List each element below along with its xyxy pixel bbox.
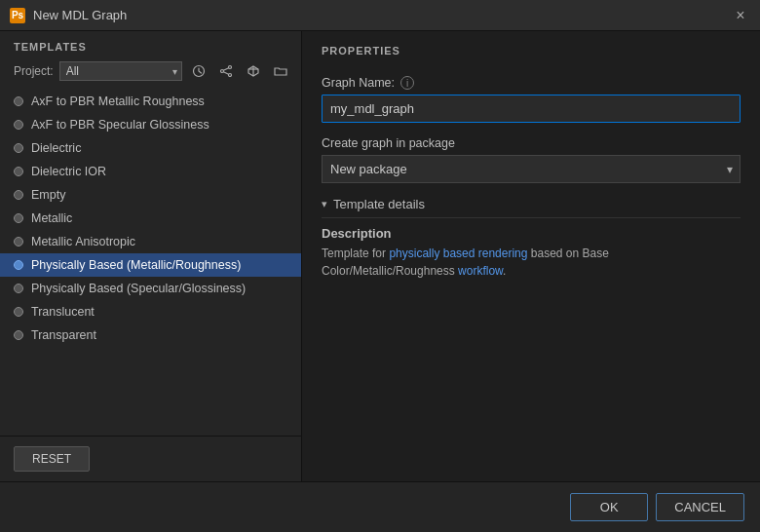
template-list: AxF to PBR Metallic RoughnessAxF to PBR … — [0, 90, 301, 436]
template-label: AxF to PBR Metallic Roughness — [31, 95, 205, 108]
top-controls: Project: All — [0, 60, 301, 90]
template-label: Metallic — [31, 211, 72, 225]
title-bar: Ps New MDL Graph × — [0, 0, 760, 31]
template-item-axf-pbr-metallic[interactable]: AxF to PBR Metallic Roughness — [0, 90, 301, 113]
template-label: Empty — [31, 188, 65, 202]
template-item-dielectric-ior[interactable]: Dielectric IOR — [0, 160, 301, 183]
project-select-wrapper[interactable]: All — [59, 61, 182, 81]
graph-name-input[interactable] — [322, 95, 741, 123]
dialog-body: TEMPLATES Project: All — [0, 31, 760, 481]
template-dot — [14, 307, 23, 317]
cancel-button[interactable]: CANCEL — [656, 493, 744, 521]
svg-point-3 — [229, 74, 232, 77]
svg-line-4 — [223, 68, 228, 70]
package-select[interactable]: New package — [322, 155, 741, 183]
template-item-translucent[interactable]: Translucent — [0, 300, 301, 323]
description-title: Description — [322, 226, 741, 241]
package-group: Create graph in package New package — [322, 136, 741, 183]
graph-name-group: Graph Name: i — [322, 76, 741, 123]
chevron-icon: ▾ — [322, 198, 327, 210]
left-footer: RESET — [0, 436, 301, 481]
right-panel: PROPERTIES Graph Name: i Create graph in… — [302, 31, 760, 481]
template-dot — [14, 120, 23, 130]
description-block: Description Template for physically base… — [322, 226, 741, 280]
template-dot — [14, 143, 23, 153]
cube-icon[interactable] — [243, 60, 264, 82]
dialog-title: New MDL Graph — [33, 8, 731, 22]
template-details-header[interactable]: ▾ Template details — [322, 197, 741, 218]
templates-section-title: TEMPLATES — [0, 41, 301, 60]
template-label: Physically Based (Metallic/Roughness) — [31, 258, 241, 272]
bottom-bar: OK CANCEL — [0, 481, 760, 532]
history-icon[interactable] — [188, 60, 209, 82]
template-item-dielectric[interactable]: Dielectric — [0, 136, 301, 160]
app-icon: Ps — [10, 8, 25, 23]
svg-point-1 — [229, 66, 232, 69]
package-select-wrapper[interactable]: New package — [322, 155, 741, 183]
template-item-transparent[interactable]: Transparent — [0, 323, 301, 347]
template-details-label: Template details — [333, 197, 425, 211]
template-label: Translucent — [31, 305, 95, 319]
template-dot — [14, 96, 23, 106]
description-text: Template for physically based rendering … — [322, 245, 741, 280]
template-item-physically-based-specular[interactable]: Physically Based (Specular/Glossiness) — [0, 277, 301, 300]
template-dot — [14, 237, 23, 247]
properties-section-title: PROPERTIES — [322, 45, 741, 57]
template-item-metallic[interactable]: Metallic — [0, 207, 301, 230]
share-icon[interactable] — [215, 60, 237, 82]
template-label: Metallic Anisotropic — [31, 235, 135, 248]
template-item-axf-pbr-specular[interactable]: AxF to PBR Specular Glossiness — [0, 113, 301, 136]
template-dot — [14, 260, 23, 270]
workflow-link[interactable]: workflow — [458, 264, 503, 278]
svg-point-2 — [221, 70, 224, 73]
template-dot — [14, 284, 23, 293]
ok-button[interactable]: OK — [570, 493, 648, 521]
close-button[interactable]: × — [731, 6, 750, 25]
template-dot — [14, 190, 23, 200]
project-select[interactable]: All — [59, 61, 182, 81]
template-dot — [14, 213, 23, 223]
physically-based-link[interactable]: physically based rendering — [389, 247, 527, 260]
template-dot — [14, 167, 23, 176]
template-label: Physically Based (Specular/Glossiness) — [31, 282, 246, 295]
info-icon[interactable]: i — [400, 76, 414, 90]
template-label: AxF to PBR Specular Glossiness — [31, 118, 209, 132]
left-panel: TEMPLATES Project: All — [0, 31, 302, 481]
graph-name-label: Graph Name: i — [322, 76, 741, 90]
folder-icon[interactable] — [270, 60, 291, 82]
template-label: Dielectric — [31, 141, 81, 155]
template-item-physically-based-metallic[interactable]: Physically Based (Metallic/Roughness) — [0, 253, 301, 277]
template-item-metallic-anisotropic[interactable]: Metallic Anisotropic — [0, 230, 301, 253]
project-label: Project: — [14, 64, 54, 78]
template-dot — [14, 330, 23, 340]
template-item-empty[interactable]: Empty — [0, 183, 301, 207]
reset-button[interactable]: RESET — [14, 446, 90, 472]
template-details-section: ▾ Template details Description Template … — [322, 197, 741, 280]
template-label: Transparent — [31, 328, 96, 342]
package-label: Create graph in package — [322, 136, 741, 150]
svg-line-5 — [223, 72, 228, 74]
template-label: Dielectric IOR — [31, 165, 106, 178]
